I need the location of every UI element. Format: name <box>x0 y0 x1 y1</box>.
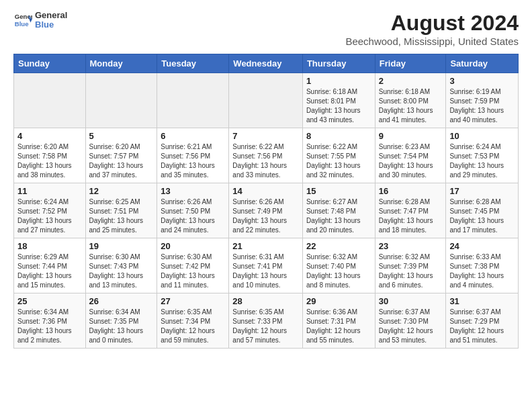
calendar-cell: 3Sunrise: 6:19 AM Sunset: 7:59 PM Daylig… <box>446 73 519 128</box>
calendar-cell: 30Sunrise: 6:37 AM Sunset: 7:30 PM Dayli… <box>375 293 446 349</box>
day-detail: Sunrise: 6:20 AM Sunset: 7:57 PM Dayligh… <box>89 142 154 180</box>
calendar-cell: 13Sunrise: 6:26 AM Sunset: 7:50 PM Dayli… <box>157 183 229 238</box>
calendar-cell: 5Sunrise: 6:20 AM Sunset: 7:57 PM Daylig… <box>85 128 157 183</box>
calendar-cell <box>14 73 86 128</box>
day-detail: Sunrise: 6:31 AM Sunset: 7:41 PM Dayligh… <box>232 253 299 290</box>
calendar-cell: 4Sunrise: 6:20 AM Sunset: 7:58 PM Daylig… <box>14 128 86 183</box>
day-detail: Sunrise: 6:29 AM Sunset: 7:44 PM Dayligh… <box>17 253 82 290</box>
day-detail: Sunrise: 6:21 AM Sunset: 7:56 PM Dayligh… <box>161 142 225 180</box>
calendar-week-5: 25Sunrise: 6:34 AM Sunset: 7:36 PM Dayli… <box>14 293 519 349</box>
page-header: General Blue General Blue August 2024 Be… <box>13 11 519 47</box>
day-detail: Sunrise: 6:35 AM Sunset: 7:33 PM Dayligh… <box>232 308 299 345</box>
page-subtitle: Beechwood, Mississippi, United States <box>345 36 519 47</box>
day-number: 2 <box>379 76 443 86</box>
calendar-cell: 6Sunrise: 6:21 AM Sunset: 7:56 PM Daylig… <box>157 128 229 183</box>
weekday-header-sunday: Sunday <box>14 54 86 73</box>
calendar-cell: 19Sunrise: 6:30 AM Sunset: 7:43 PM Dayli… <box>85 238 157 293</box>
calendar-cell: 27Sunrise: 6:35 AM Sunset: 7:34 PM Dayli… <box>157 293 229 349</box>
day-number: 28 <box>232 296 299 306</box>
day-number: 6 <box>161 131 225 141</box>
calendar-cell: 23Sunrise: 6:32 AM Sunset: 7:39 PM Dayli… <box>375 238 446 293</box>
day-number: 3 <box>449 76 515 86</box>
logo: General Blue General Blue <box>13 11 67 30</box>
calendar-cell <box>229 73 303 128</box>
calendar-week-4: 18Sunrise: 6:29 AM Sunset: 7:44 PM Dayli… <box>14 238 519 293</box>
logo-text-general: General <box>35 11 67 20</box>
day-detail: Sunrise: 6:19 AM Sunset: 7:59 PM Dayligh… <box>449 87 515 125</box>
calendar-cell: 14Sunrise: 6:26 AM Sunset: 7:49 PM Dayli… <box>229 183 303 238</box>
day-number: 7 <box>232 131 299 141</box>
day-number: 15 <box>306 186 371 196</box>
day-detail: Sunrise: 6:18 AM Sunset: 8:01 PM Dayligh… <box>306 87 371 125</box>
calendar-cell: 31Sunrise: 6:37 AM Sunset: 7:29 PM Dayli… <box>446 293 519 349</box>
weekday-header-monday: Monday <box>85 54 157 73</box>
calendar-cell: 2Sunrise: 6:18 AM Sunset: 8:00 PM Daylig… <box>375 73 446 128</box>
calendar-cell: 29Sunrise: 6:36 AM Sunset: 7:31 PM Dayli… <box>302 293 375 349</box>
weekday-header-thursday: Thursday <box>302 54 375 73</box>
day-number: 14 <box>232 186 299 196</box>
day-number: 12 <box>89 186 154 196</box>
day-number: 9 <box>379 131 443 141</box>
calendar-cell: 18Sunrise: 6:29 AM Sunset: 7:44 PM Dayli… <box>14 238 86 293</box>
day-detail: Sunrise: 6:26 AM Sunset: 7:49 PM Dayligh… <box>232 197 299 235</box>
day-detail: Sunrise: 6:33 AM Sunset: 7:38 PM Dayligh… <box>449 253 515 290</box>
calendar-body: 1Sunrise: 6:18 AM Sunset: 8:01 PM Daylig… <box>14 73 519 349</box>
calendar-cell: 12Sunrise: 6:25 AM Sunset: 7:51 PM Dayli… <box>85 183 157 238</box>
day-detail: Sunrise: 6:20 AM Sunset: 7:58 PM Dayligh… <box>17 142 82 180</box>
logo-icon: General Blue <box>13 11 32 30</box>
weekday-header-saturday: Saturday <box>446 54 519 73</box>
day-number: 4 <box>17 131 82 141</box>
calendar-cell: 7Sunrise: 6:22 AM Sunset: 7:56 PM Daylig… <box>229 128 303 183</box>
calendar-cell: 11Sunrise: 6:24 AM Sunset: 7:52 PM Dayli… <box>14 183 86 238</box>
weekday-header-friday: Friday <box>375 54 446 73</box>
day-detail: Sunrise: 6:32 AM Sunset: 7:39 PM Dayligh… <box>379 253 443 290</box>
day-detail: Sunrise: 6:37 AM Sunset: 7:30 PM Dayligh… <box>379 308 443 345</box>
page-title: August 2024 <box>345 11 519 36</box>
day-detail: Sunrise: 6:25 AM Sunset: 7:51 PM Dayligh… <box>89 197 154 235</box>
day-number: 5 <box>89 131 154 141</box>
day-number: 17 <box>449 186 515 196</box>
day-detail: Sunrise: 6:18 AM Sunset: 8:00 PM Dayligh… <box>379 87 443 125</box>
day-detail: Sunrise: 6:35 AM Sunset: 7:34 PM Dayligh… <box>161 308 225 345</box>
day-number: 23 <box>379 241 443 251</box>
calendar-cell: 15Sunrise: 6:27 AM Sunset: 7:48 PM Dayli… <box>302 183 375 238</box>
day-detail: Sunrise: 6:30 AM Sunset: 7:42 PM Dayligh… <box>161 253 225 290</box>
day-number: 19 <box>89 241 154 251</box>
calendar-cell: 9Sunrise: 6:23 AM Sunset: 7:54 PM Daylig… <box>375 128 446 183</box>
day-number: 21 <box>232 241 299 251</box>
calendar-week-1: 1Sunrise: 6:18 AM Sunset: 8:01 PM Daylig… <box>14 73 519 128</box>
calendar-cell: 17Sunrise: 6:28 AM Sunset: 7:45 PM Dayli… <box>446 183 519 238</box>
day-number: 29 <box>306 296 371 306</box>
day-detail: Sunrise: 6:34 AM Sunset: 7:35 PM Dayligh… <box>89 308 154 345</box>
calendar-cell: 1Sunrise: 6:18 AM Sunset: 8:01 PM Daylig… <box>302 73 375 128</box>
weekday-header-row: SundayMondayTuesdayWednesdayThursdayFrid… <box>14 54 519 73</box>
calendar-cell: 26Sunrise: 6:34 AM Sunset: 7:35 PM Dayli… <box>85 293 157 349</box>
day-detail: Sunrise: 6:24 AM Sunset: 7:53 PM Dayligh… <box>449 142 515 180</box>
day-number: 11 <box>17 186 82 196</box>
day-number: 22 <box>306 241 371 251</box>
day-detail: Sunrise: 6:22 AM Sunset: 7:55 PM Dayligh… <box>306 142 371 180</box>
day-number: 8 <box>306 131 371 141</box>
day-detail: Sunrise: 6:26 AM Sunset: 7:50 PM Dayligh… <box>161 197 225 235</box>
day-number: 26 <box>89 296 154 306</box>
calendar-cell: 21Sunrise: 6:31 AM Sunset: 7:41 PM Dayli… <box>229 238 303 293</box>
day-number: 25 <box>17 296 82 306</box>
svg-text:Blue: Blue <box>15 20 29 28</box>
calendar-cell <box>85 73 157 128</box>
weekday-header-tuesday: Tuesday <box>157 54 229 73</box>
calendar-cell: 28Sunrise: 6:35 AM Sunset: 7:33 PM Dayli… <box>229 293 303 349</box>
day-number: 10 <box>449 131 515 141</box>
day-number: 13 <box>161 186 225 196</box>
calendar-cell: 16Sunrise: 6:28 AM Sunset: 7:47 PM Dayli… <box>375 183 446 238</box>
day-detail: Sunrise: 6:30 AM Sunset: 7:43 PM Dayligh… <box>89 253 154 290</box>
day-number: 18 <box>17 241 82 251</box>
logo-text-blue: Blue <box>35 20 67 30</box>
day-number: 27 <box>161 296 225 306</box>
day-number: 1 <box>306 76 371 86</box>
day-detail: Sunrise: 6:22 AM Sunset: 7:56 PM Dayligh… <box>232 142 299 180</box>
calendar-cell: 25Sunrise: 6:34 AM Sunset: 7:36 PM Dayli… <box>14 293 86 349</box>
day-number: 24 <box>449 241 515 251</box>
day-detail: Sunrise: 6:24 AM Sunset: 7:52 PM Dayligh… <box>17 197 82 235</box>
calendar-cell <box>157 73 229 128</box>
calendar-cell: 22Sunrise: 6:32 AM Sunset: 7:40 PM Dayli… <box>302 238 375 293</box>
